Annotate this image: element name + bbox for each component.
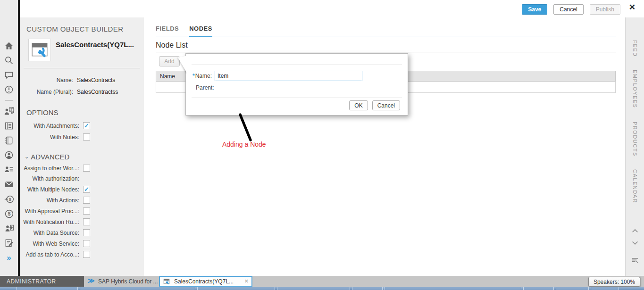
taskbar-item (197, 287, 275, 290)
publish-button: Publish (590, 4, 620, 15)
rail-divider (5, 100, 13, 101)
chat-bubble-icon[interactable] (4, 70, 14, 80)
name-row: Name: SalesContracts (20, 77, 144, 83)
email-icon[interactable] (4, 179, 14, 190)
right-rail-products[interactable]: PRODUCTS (632, 122, 638, 157)
notification-rules-checkbox[interactable] (83, 218, 90, 225)
dollar-icon[interactable]: $ (4, 208, 14, 219)
panel-divider (24, 68, 140, 68)
scroll-down-icon[interactable] (631, 239, 639, 248)
alert-icon[interactable] (4, 84, 14, 95)
add-node-button[interactable]: Add (159, 56, 180, 66)
adv-notification-row: With Notification Ru...: (20, 218, 144, 225)
data-source-label: With Data Source: (20, 230, 79, 236)
notebook-icon[interactable] (4, 135, 14, 146)
contact-icon[interactable] (4, 150, 14, 160)
taskbar-item (556, 287, 589, 290)
right-rail-feed[interactable]: FEED (632, 40, 638, 57)
assign-other-checkbox[interactable] (83, 165, 90, 172)
org-chart-icon[interactable] (4, 106, 14, 116)
cancel-button[interactable]: Cancel (553, 4, 583, 15)
scroll-up-icon[interactable] (631, 227, 639, 235)
close-icon[interactable]: ✕ (629, 3, 636, 12)
expand-rail-icon[interactable]: » (4, 252, 14, 263)
options-heading: OPTIONS (26, 108, 144, 116)
right-rail-calendar[interactable]: CALENDAR (632, 169, 638, 203)
approval-process-label: With Approval Proc...: (20, 208, 79, 215)
chevron-down-icon: ⌄ (25, 154, 29, 160)
tabs-baseline (156, 36, 616, 36)
search-icon[interactable] (4, 55, 14, 66)
object-tab-icon (163, 278, 170, 285)
right-side-rail: FEED EMPLOYEES PRODUCTS CALENDAR (625, 17, 644, 276)
bottom-tab-sap-hybris[interactable]: SAP Hybris Cloud for ... (98, 276, 158, 287)
account-tab-label: Add as tab to Acco...: (20, 251, 79, 258)
sales-dollar-icon[interactable]: $ (4, 194, 14, 204)
person-transfer-icon[interactable] (4, 223, 14, 233)
document-edit-icon[interactable] (4, 238, 14, 248)
add-node-dialog: * Name: Parent: OK Cancel (185, 53, 408, 116)
account-tab-checkbox[interactable] (83, 251, 90, 258)
top-bar: Save Cancel Publish ✕ (20, 0, 644, 17)
web-service-checkbox[interactable] (83, 240, 90, 247)
taskbar-item (591, 287, 619, 290)
taskbar-item (352, 287, 383, 290)
web-service-label: With Web Service: (20, 240, 79, 247)
administrator-label: ADMINISTRATOR (0, 276, 84, 287)
bottom-tab-label: SalesContracts(YQ7L... (174, 278, 234, 285)
panel-title: CUSTOM OBJECT BUILDER (26, 25, 144, 33)
person-list-icon[interactable] (4, 165, 14, 175)
option-with-notes: With Notes: (20, 133, 144, 141)
assign-other-label: Assign to other Wor...: (20, 165, 79, 172)
with-notes-label: With Notes: (20, 134, 79, 141)
with-attachments-checkbox[interactable]: ✓ (83, 122, 90, 129)
home-icon[interactable] (4, 41, 14, 51)
advanced-section-toggle[interactable]: ⌄ ADVANCED (25, 153, 144, 161)
feed-list-icon[interactable] (4, 121, 14, 131)
name-plural-value: SalesContractss (77, 89, 118, 95)
dialog-top-divider (192, 65, 402, 65)
with-authorization-label: With authorization: (20, 175, 79, 182)
data-source-checkbox[interactable] (83, 229, 90, 236)
rail-black-divider (18, 0, 20, 276)
dialog-cancel-button[interactable]: Cancel (372, 100, 400, 110)
dialog-callout-tail (178, 56, 187, 74)
node-list-divider (156, 52, 616, 52)
custom-object-icon (28, 39, 51, 61)
rail-menu-icon[interactable] (631, 257, 639, 265)
with-notes-checkbox[interactable] (83, 133, 90, 141)
approval-process-checkbox[interactable] (83, 207, 90, 215)
adv-approval-row: With Approval Proc...: (20, 207, 144, 215)
adv-actions-row: With Actions: (20, 197, 144, 204)
volume-tooltip: Speakers: 100% (588, 277, 640, 287)
svg-text:$: $ (8, 211, 10, 216)
tab-overflow-icon[interactable]: ≫ (88, 277, 95, 284)
with-actions-label: With Actions: (20, 197, 79, 204)
windows-taskbar-sliver (0, 287, 644, 290)
adv-web-service-row: With Web Service: (20, 240, 144, 247)
bottom-tab-salescontracts[interactable]: SalesContracts(YQ7L... ✕ (159, 276, 252, 287)
node-list-title: Node List (156, 41, 188, 50)
object-title: SalesContracts(YQ7L... (56, 41, 134, 49)
with-attachments-label: With Attachments: (20, 123, 79, 129)
name-label: Name: (20, 77, 73, 83)
taskbar-item (17, 287, 78, 290)
left-icon-rail: $ $ » (0, 0, 18, 276)
right-rail-employees[interactable]: EMPLOYEES (632, 70, 638, 108)
name-value: SalesContracts (77, 77, 115, 83)
taskbar-item (523, 287, 554, 290)
dialog-parent-label: Parent: (196, 84, 214, 91)
screen: $ $ » Save Cancel Publish ✕ CUSTOM OBJEC… (0, 0, 644, 290)
adv-account-tab-row: Add as tab to Acco...: (20, 251, 144, 258)
with-actions-checkbox[interactable] (83, 197, 90, 204)
dialog-ok-button[interactable]: OK (349, 100, 368, 110)
save-button[interactable]: Save (522, 4, 547, 15)
tab-close-icon[interactable]: ✕ (244, 278, 249, 284)
annotation-text: Adding a Node (222, 141, 266, 148)
notification-rules-label: With Notification Ru...: (20, 219, 79, 225)
node-name-input[interactable] (215, 71, 362, 81)
taskbar-item (80, 287, 195, 290)
adv-multiple-nodes-row: With Multiple Nodes: ✓ (20, 186, 144, 193)
node-name-column-header: Name (160, 73, 175, 80)
multiple-nodes-checkbox[interactable]: ✓ (83, 186, 90, 193)
